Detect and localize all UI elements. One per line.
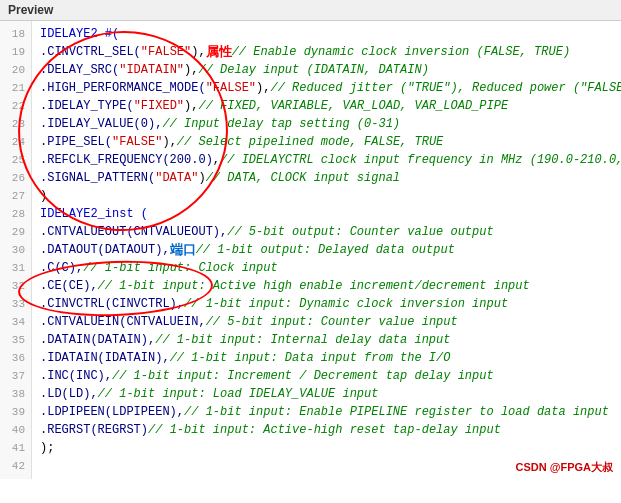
code-line: .C(C), // 1-bit input: Clock input bbox=[40, 259, 613, 277]
line-number: 37 bbox=[0, 367, 31, 385]
code-wrapper: 1819202122232425262728293031323334353637… bbox=[0, 21, 621, 479]
line-number: 20 bbox=[0, 61, 31, 79]
line-number: 28 bbox=[0, 205, 31, 223]
code-segment: ) bbox=[256, 79, 263, 97]
code-segment: // 1-bit input: Active-high reset tap-de… bbox=[148, 421, 501, 439]
line-number: 41 bbox=[0, 439, 31, 457]
code-segment: ) bbox=[184, 97, 191, 115]
line-number: 31 bbox=[0, 259, 31, 277]
line-number: 35 bbox=[0, 331, 31, 349]
code-segment: , bbox=[170, 133, 177, 151]
code-segment: // 1-bit input: Increment / Decrement ta… bbox=[112, 367, 494, 385]
line-number: 23 bbox=[0, 115, 31, 133]
code-segment: "FALSE" bbox=[206, 79, 256, 97]
code-segment: // 1-bit input: Load IDELAY_VALUE input bbox=[98, 385, 379, 403]
code-line: .PIPE_SEL("FALSE"), // Select pipelined … bbox=[40, 133, 613, 151]
code-segment: // IDELAYCTRL clock input frequency in M… bbox=[220, 151, 621, 169]
code-line: .INC(INC), // 1-bit input: Increment / D… bbox=[40, 367, 613, 385]
code-line: .CNTVALUEOUT(CNTVALUEOUT), // 5-bit outp… bbox=[40, 223, 613, 241]
line-number: 38 bbox=[0, 385, 31, 403]
line-number: 19 bbox=[0, 43, 31, 61]
line-number: 24 bbox=[0, 133, 31, 151]
code-segment: ) bbox=[40, 187, 47, 205]
code-segment: .REGRST(REGRST) bbox=[40, 421, 148, 439]
code-segment: // 1-bit input: Active high enable incre… bbox=[98, 277, 530, 295]
code-line: .DATAOUT(DATAOUT), 端口 // 1-bit output: D… bbox=[40, 241, 613, 259]
code-line: .LD(LD), // 1-bit input: Load IDELAY_VAL… bbox=[40, 385, 613, 403]
code-area[interactable]: IDELAYE2 #( .CINVCTRL_SEL("FALSE"), 属性 /… bbox=[32, 21, 621, 479]
code-container: 1819202122232425262728293031323334353637… bbox=[0, 21, 621, 479]
watermark: CSDN @FPGA大叔 bbox=[515, 460, 613, 475]
code-segment: .DATAIN(DATAIN), bbox=[40, 331, 155, 349]
line-number: 36 bbox=[0, 349, 31, 367]
code-segment: .DATAOUT(DATAOUT), bbox=[40, 241, 170, 259]
line-number: 33 bbox=[0, 295, 31, 313]
code-segment: .IDELAY_TYPE( bbox=[40, 97, 134, 115]
code-segment: , bbox=[191, 61, 198, 79]
code-segment: .LDPIPEEN(LDPIPEEN), bbox=[40, 403, 184, 421]
code-line: .IDATAIN(IDATAIN), // 1-bit input: Data … bbox=[40, 349, 613, 367]
line-number: 39 bbox=[0, 403, 31, 421]
code-segment: // Input delay tap setting (0-31) bbox=[162, 115, 400, 133]
code-segment: , bbox=[213, 151, 220, 169]
code-segment: .DELAY_SRC( bbox=[40, 61, 119, 79]
line-number: 40 bbox=[0, 421, 31, 439]
code-segment: .CNTVALUEOUT(CNTVALUEOUT), bbox=[40, 223, 227, 241]
code-segment: 端口 bbox=[170, 241, 196, 259]
line-number: 32 bbox=[0, 277, 31, 295]
line-numbers: 1819202122232425262728293031323334353637… bbox=[0, 21, 32, 479]
code-segment: , bbox=[191, 97, 198, 115]
code-segment: .SIGNAL_PATTERN( bbox=[40, 169, 155, 187]
line-number: 26 bbox=[0, 169, 31, 187]
code-segment: , bbox=[198, 43, 205, 61]
code-segment: .REFCLK_FREQUENCY(200.0) bbox=[40, 151, 213, 169]
code-line: IDELAYE2 #( bbox=[40, 25, 613, 43]
code-segment: // Enable dynamic clock inversion (FALSE… bbox=[232, 43, 570, 61]
code-segment: // 1-bit input: Internal delay data inpu… bbox=[155, 331, 450, 349]
code-segment: "FALSE" bbox=[112, 133, 162, 151]
code-segment: ) bbox=[162, 133, 169, 151]
code-segment: .CE(CE), bbox=[40, 277, 98, 295]
code-segment: // Reduced jitter ("TRUE"), Reduced powe… bbox=[270, 79, 621, 97]
code-line: .LDPIPEEN(LDPIPEEN), // 1-bit input: Ena… bbox=[40, 403, 613, 421]
code-segment: // DATA, CLOCK input signal bbox=[206, 169, 400, 187]
code-segment: "FALSE" bbox=[141, 43, 191, 61]
code-segment: "DATA" bbox=[155, 169, 198, 187]
code-segment: .LD(LD), bbox=[40, 385, 98, 403]
code-line: .DELAY_SRC("IDATAIN"), // Delay input (I… bbox=[40, 61, 613, 79]
code-line: .IDELAY_TYPE("FIXED"), // FIXED, VARIABL… bbox=[40, 97, 613, 115]
code-segment: IDELAYE2_inst ( bbox=[40, 205, 148, 223]
code-segment: // 1-bit input: Dynamic clock inversion … bbox=[184, 295, 508, 313]
code-line: .REGRST(REGRST) // 1-bit input: Active-h… bbox=[40, 421, 613, 439]
code-line: .CE(CE), // 1-bit input: Active high ena… bbox=[40, 277, 613, 295]
code-line: .HIGH_PERFORMANCE_MODE("FALSE"), // Redu… bbox=[40, 79, 613, 97]
code-segment: // 1-bit input: Enable PIPELINE register… bbox=[184, 403, 609, 421]
line-number: 42 bbox=[0, 457, 31, 475]
code-segment: "FIXED" bbox=[134, 97, 184, 115]
code-segment: .C(C), bbox=[40, 259, 83, 277]
preview-panel: Preview 18192021222324252627282930313233… bbox=[0, 0, 621, 479]
code-line: ); bbox=[40, 439, 613, 457]
code-segment: // 1-bit input: Clock input bbox=[83, 259, 277, 277]
code-line: .CINVCTRL_SEL("FALSE"), 属性 // Enable dyn… bbox=[40, 43, 613, 61]
code-line: IDELAYE2_inst ( bbox=[40, 205, 613, 223]
code-segment: ) bbox=[198, 169, 205, 187]
code-segment: // 5-bit output: Counter value output bbox=[227, 223, 493, 241]
code-line: .IDELAY_VALUE(0), // Input delay tap set… bbox=[40, 115, 613, 133]
code-line: .REFCLK_FREQUENCY(200.0), // IDELAYCTRL … bbox=[40, 151, 613, 169]
code-segment: .HIGH_PERFORMANCE_MODE( bbox=[40, 79, 206, 97]
code-segment: .IDELAY_VALUE(0), bbox=[40, 115, 162, 133]
code-segment: .IDATAIN(IDATAIN), bbox=[40, 349, 170, 367]
line-number: 30 bbox=[0, 241, 31, 259]
code-segment: ); bbox=[40, 439, 54, 457]
line-number: 21 bbox=[0, 79, 31, 97]
code-segment: .CNTVALUEIN(CNTVALUEIN, bbox=[40, 313, 206, 331]
code-segment: // 1-bit input: Data input from the I/O bbox=[170, 349, 451, 367]
line-number: 22 bbox=[0, 97, 31, 115]
code-segment: , bbox=[263, 79, 270, 97]
code-segment: .INC(INC), bbox=[40, 367, 112, 385]
preview-header: Preview bbox=[0, 0, 621, 21]
code-line: ) bbox=[40, 187, 613, 205]
code-segment: // Select pipelined mode, FALSE, TRUE bbox=[177, 133, 443, 151]
code-segment: .PIPE_SEL( bbox=[40, 133, 112, 151]
